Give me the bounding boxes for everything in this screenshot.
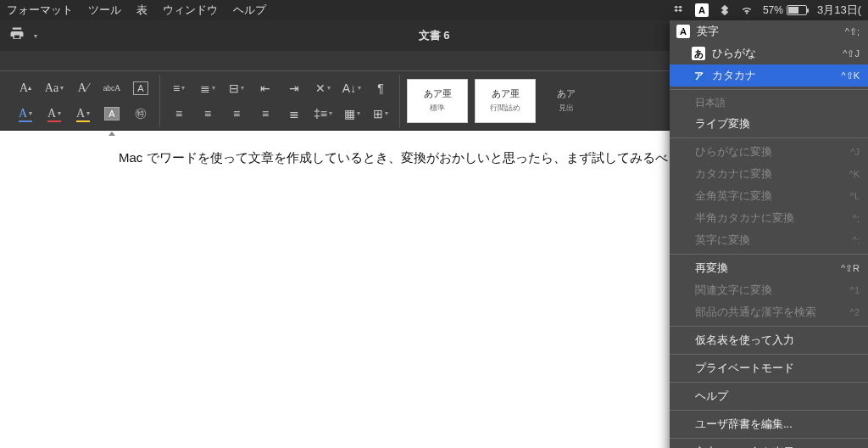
menubar-app-menu: フォーマット ツール 表 ウィンドウ ヘルプ — [7, 3, 266, 18]
menu-separator — [670, 254, 868, 255]
ime-edit-dictionary[interactable]: ユーザ辞書を編集... — [670, 413, 868, 435]
ime-convert-katakana: カタカナに変換 ^K — [670, 163, 868, 185]
bluetooth-icon[interactable] — [719, 4, 731, 16]
style-sample: あア亜 — [492, 87, 520, 100]
bullets-button[interactable]: ≡ — [167, 78, 191, 98]
ime-live-convert[interactable]: ライブ変換 — [670, 113, 868, 135]
style-name: 行間詰め — [490, 103, 520, 114]
battery-percent: 57% — [763, 4, 783, 16]
input-mode-indicator[interactable]: A — [695, 3, 709, 17]
phonetic-guide-button[interactable]: abcA — [100, 78, 124, 98]
text-direction-button[interactable]: ✕ — [311, 78, 335, 98]
indent-decrease-button[interactable]: ⇤ — [253, 78, 277, 98]
style-sample: あア — [557, 87, 576, 100]
align-justify-button[interactable]: ≡ — [253, 104, 277, 124]
align-left-button[interactable]: ≡ — [167, 104, 191, 124]
shortcut-label: ^; — [853, 213, 860, 223]
menu-separator — [670, 438, 868, 439]
ime-item-label: 部品の共通な漢字を検索 — [695, 305, 816, 320]
style-normal[interactable]: あア亜 標準 — [407, 79, 468, 123]
body-text[interactable]: Mac でワードを使って文章を作成しているとき、変換がおかしいと思ったら、まず試… — [119, 150, 732, 165]
menu-format[interactable]: フォーマット — [7, 3, 73, 18]
wifi-icon[interactable] — [741, 4, 753, 16]
ime-item-label: カタカナに変換 — [695, 166, 772, 182]
ruler-indent-marker[interactable] — [103, 131, 124, 139]
shortcut-label: ^⇧; — [845, 26, 860, 37]
ime-convert-fullwidth: 全角英字に変換 ^L — [670, 185, 868, 207]
shortcut-label: ^L — [850, 191, 860, 201]
ime-source-hiragana[interactable]: あ ひらがな ^⇧J — [670, 42, 868, 64]
highlight-button[interactable]: A▾ — [71, 104, 95, 124]
ime-source-english[interactable]: ✓ A 英字 ^⇧; — [670, 20, 868, 42]
char-border-button[interactable]: A — [129, 78, 153, 98]
ime-show-source-name[interactable]: 入力ソース名を表示 — [670, 441, 868, 448]
menu-separator — [670, 410, 868, 411]
battery-indicator[interactable]: 57% — [763, 4, 807, 16]
borders-button[interactable]: ⊞ — [369, 104, 392, 124]
ime-source-label: ひらがな — [712, 46, 756, 61]
font-color-button[interactable]: A▾ — [42, 104, 66, 124]
ime-item-label: 関連文字に変換 — [695, 283, 772, 298]
shortcut-label: ^⇧J — [843, 48, 860, 59]
check-icon: ✓ — [676, 25, 685, 37]
date-display[interactable]: 3月13日( — [817, 3, 861, 18]
menu-separator — [670, 326, 868, 327]
style-name: 標準 — [430, 103, 445, 114]
shading-button[interactable]: ▦ — [340, 104, 364, 124]
ime-item-label: 再変換 — [695, 260, 728, 276]
font-size-button[interactable]: Aa▾ — [42, 78, 66, 98]
align-center-button[interactable]: ≡ — [196, 104, 220, 124]
style-heading[interactable]: あア 見出 — [542, 79, 590, 123]
ribbon-font-group: A▴ Aa▾ A⁄ abcA A A▾ A▾ A▾ A ㊕ — [7, 75, 160, 127]
input-mode-badge: A — [695, 3, 709, 17]
shortcut-label: ^K — [849, 169, 860, 179]
menu-separator — [670, 354, 868, 355]
numbering-button[interactable]: ≣ — [196, 78, 220, 98]
shortcut-label: ^1 — [850, 285, 860, 295]
input-source-menu: ✓ A 英字 ^⇧; あ ひらがな ^⇧J ア カタカナ ^⇧K 日本語 ライブ… — [670, 20, 868, 448]
multilevel-button[interactable]: ⊟ — [225, 78, 248, 98]
style-tight[interactable]: あア亜 行間詰め — [475, 79, 536, 123]
dropbox-icon[interactable] — [673, 4, 685, 16]
menu-separator — [670, 137, 868, 138]
ime-item-label: 英字に変換 — [695, 232, 750, 248]
menu-tools[interactable]: ツール — [88, 3, 121, 18]
menu-help[interactable]: ヘルプ — [233, 3, 266, 18]
ime-kana-table[interactable]: 仮名表を使って入力 — [670, 329, 868, 351]
char-shading-button[interactable]: A — [100, 104, 124, 124]
clear-format-button[interactable]: A⁄ — [71, 78, 95, 98]
align-right-button[interactable]: ≡ — [225, 104, 248, 124]
ime-convert-halfkana: 半角カタカナに変換 ^; — [670, 207, 868, 229]
print-button[interactable] — [8, 26, 25, 45]
shortcut-label: ^⇧K — [842, 70, 860, 81]
ime-reconvert[interactable]: 再変換 ^⇧R — [670, 257, 868, 279]
style-sample: あア亜 — [424, 87, 452, 100]
ime-related-chars: 関連文字に変換 ^1 — [670, 279, 868, 301]
quick-access-dropdown-icon[interactable]: ▾ — [34, 32, 37, 40]
menu-window[interactable]: ウィンドウ — [163, 3, 218, 18]
ime-source-katakana[interactable]: ア カタカナ ^⇧K — [670, 64, 868, 87]
enclose-char-button[interactable]: ㊕ — [129, 104, 153, 124]
battery-icon — [787, 5, 807, 15]
menu-separator — [670, 89, 868, 90]
distribute-button[interactable]: ≣ — [282, 104, 306, 124]
style-name: 見出 — [559, 103, 574, 114]
ime-badge-icon: ア — [692, 69, 705, 82]
ime-source-label: カタカナ — [712, 68, 756, 83]
ime-source-label: 英字 — [697, 24, 719, 39]
show-marks-button[interactable]: ¶ — [369, 78, 392, 98]
ime-help[interactable]: ヘルプ — [670, 385, 868, 407]
line-spacing-button[interactable]: ‡≡ — [311, 104, 335, 124]
document-title: 文書 6 — [419, 28, 450, 43]
indent-increase-button[interactable]: ⇥ — [282, 78, 306, 98]
menu-table[interactable]: 表 — [136, 3, 147, 18]
sort-button[interactable]: A↓ — [340, 78, 364, 98]
font-grow-button[interactable]: A▴ — [14, 78, 37, 98]
ribbon-paragraph-group: ≡ ≣ ⊟ ⇤ ⇥ ✕ A↓ ¶ ≡ ≡ ≡ ≡ ≣ ‡≡ ▦ ⊞ — [160, 75, 400, 127]
shortcut-label: ^2 — [850, 307, 860, 317]
shortcut-label: ^⇧R — [841, 263, 860, 274]
ribbon-styles-group: あア亜 標準 あア亜 行間詰め あア 見出 — [400, 79, 597, 123]
ime-private-mode[interactable]: プライベートモード — [670, 357, 868, 379]
ime-convert-eiji: 英字に変換 ^: — [670, 229, 868, 251]
text-effects-button[interactable]: A▾ — [14, 104, 37, 124]
